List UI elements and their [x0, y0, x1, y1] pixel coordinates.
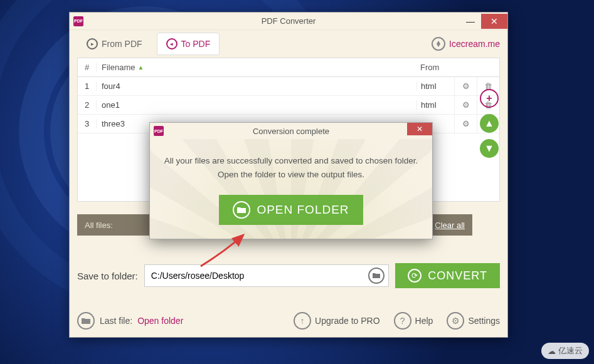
folder-icon	[233, 201, 250, 219]
cloud-icon: ☁	[548, 346, 556, 356]
header-from[interactable]: From	[416, 63, 454, 72]
dialog-titlebar: PDF Conversion complete ✕	[150, 123, 432, 139]
save-label: Save to folder:	[77, 271, 138, 281]
dialog-close-button[interactable]: ✕	[407, 123, 432, 135]
side-buttons: + ▲ ▼	[480, 89, 499, 158]
titlebar: PDF PDF Converter — ✕	[70, 13, 507, 30]
save-path-input[interactable]	[151, 271, 369, 281]
table-row[interactable]: 1 four4 html ⚙ 🗑	[78, 77, 499, 96]
tab-label: To PDF	[181, 39, 211, 49]
footer: Last file: Open folder ↑ Upgrade to PRO …	[77, 312, 500, 330]
tabs-row: ▸ From PDF ◂ To PDF Icecream.me	[70, 30, 507, 58]
help-button[interactable]: ? Help	[394, 312, 433, 330]
from-pdf-icon: ▸	[87, 38, 98, 49]
browse-folder-button[interactable]	[368, 268, 385, 284]
convert-label: CONVERT	[428, 269, 487, 283]
convert-icon: ⟳	[408, 269, 422, 283]
header-filename[interactable]: Filename ▲	[97, 63, 416, 72]
app-icon: PDF	[73, 16, 83, 26]
tab-label: From PDF	[102, 39, 142, 49]
sort-asc-icon: ▲	[137, 64, 144, 71]
upgrade-button[interactable]: ↑ Upgrade to PRO	[294, 312, 380, 330]
dialog-title: Conversion complete	[253, 127, 329, 136]
to-pdf-icon: ◂	[166, 38, 178, 49]
tab-from-pdf[interactable]: ▸ From PDF	[77, 33, 152, 55]
minimize-button[interactable]: —	[460, 14, 481, 29]
help-icon: ?	[394, 312, 411, 330]
all-files-label: All files:	[85, 221, 113, 230]
open-folder-link[interactable]: Open folder	[137, 316, 183, 326]
brand-link[interactable]: Icecream.me	[432, 37, 500, 51]
add-file-button[interactable]: +	[480, 89, 499, 108]
move-up-button[interactable]: ▲	[480, 114, 499, 133]
table-header: # Filename ▲ From	[78, 58, 499, 77]
watermark: ☁ 亿速云	[541, 343, 589, 359]
dialog-body: All your files are successfully converte…	[150, 139, 432, 239]
icecream-icon	[432, 37, 445, 51]
gear-icon: ⚙	[447, 312, 464, 330]
close-button[interactable]: ✕	[481, 14, 507, 29]
save-row: Save to folder: ⟳ CONVERT	[77, 263, 500, 288]
settings-button[interactable]: ⚙ Settings	[447, 312, 500, 330]
upgrade-icon: ↑	[294, 312, 311, 330]
dialog-message: All your files are successfully converte…	[162, 154, 420, 181]
row-settings-button[interactable]: ⚙	[454, 96, 477, 115]
clear-all-link[interactable]: Clear all	[435, 221, 465, 230]
header-num[interactable]: #	[78, 63, 97, 72]
open-folder-label: OPEN FOLDER	[257, 203, 349, 217]
last-file-label: Last file:	[100, 316, 132, 326]
folder-icon	[77, 312, 95, 330]
convert-button[interactable]: ⟳ CONVERT	[395, 263, 500, 288]
move-down-button[interactable]: ▼	[480, 139, 499, 158]
tab-to-pdf[interactable]: ◂ To PDF	[157, 33, 220, 55]
brand-text: Icecream.me	[449, 39, 500, 49]
row-settings-button[interactable]: ⚙	[454, 115, 477, 133]
conversion-complete-dialog: PDF Conversion complete ✕ All your files…	[149, 122, 433, 239]
open-folder-button[interactable]: OPEN FOLDER	[219, 195, 363, 225]
dialog-app-icon: PDF	[154, 126, 164, 136]
window-title: PDF Converter	[262, 16, 316, 26]
row-settings-button[interactable]: ⚙	[454, 77, 477, 96]
table-row[interactable]: 2 one1 html ⚙ 🗑	[78, 96, 499, 115]
save-path-field	[144, 264, 390, 287]
